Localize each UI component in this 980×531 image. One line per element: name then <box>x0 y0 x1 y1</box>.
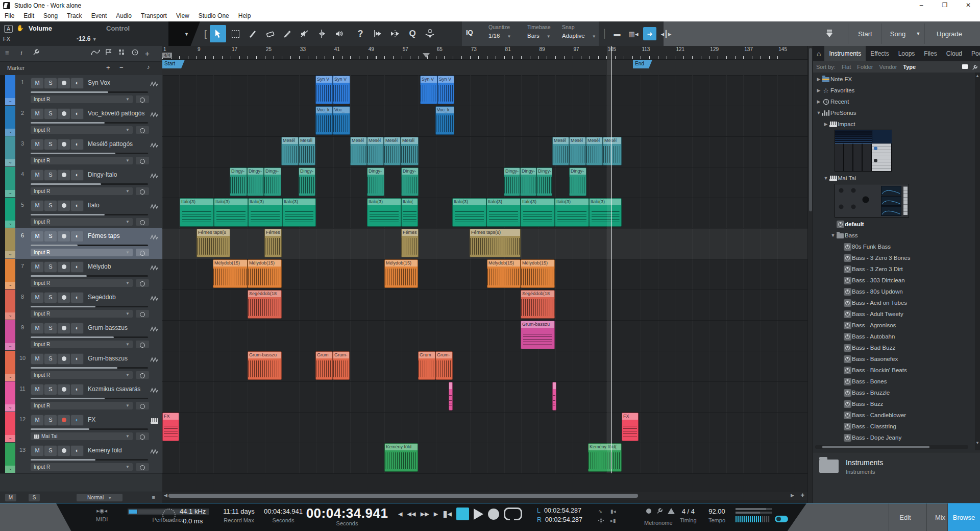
track-input-select[interactable]: Input R▼ <box>31 371 133 379</box>
sort-option-folder[interactable]: Folder <box>857 64 873 70</box>
track-name[interactable]: Fémes taps <box>88 232 120 239</box>
track-volume-slider[interactable] <box>31 428 148 430</box>
footer-menu-icon[interactable]: ≡ <box>152 494 155 500</box>
loop-marker-icon[interactable] <box>423 53 430 58</box>
clip-voc-[interactable]: Voc_ <box>333 106 350 135</box>
clip-dingy-[interactable]: Dingy- <box>299 167 315 196</box>
clip-kem-ny-f-ld[interactable]: Kemény föld <box>384 443 418 472</box>
track-1-solo-button[interactable]: S <box>44 78 57 89</box>
clip-italo-3-[interactable]: Italo(3) <box>367 198 401 227</box>
track-8-solo-button[interactable]: S <box>44 292 57 303</box>
clip-fx[interactable]: FX <box>622 413 639 441</box>
track-5-record-button[interactable] <box>57 200 70 211</box>
track-12-record-button[interactable] <box>57 415 70 426</box>
track-lane-6[interactable]: Fémes taps(8FémesFémesFémes taps(8) <box>162 228 807 259</box>
prev-bar-button[interactable]: ◂ <box>398 509 403 519</box>
tree-item-bass-303-dirtclean[interactable]: Bass - 303 Dirtclean <box>813 275 974 286</box>
track-lane-9[interactable]: Grum-basszu <box>162 320 807 351</box>
range-tool[interactable] <box>227 25 243 42</box>
menu-studio-one[interactable]: Studio One <box>194 11 234 20</box>
track-volume-slider[interactable] <box>31 214 148 215</box>
menu-transport[interactable]: Transport <box>136 11 172 20</box>
browser-tab-cloud[interactable]: Cloud <box>942 46 967 61</box>
track-monitor-o-button[interactable] <box>136 249 149 256</box>
fastforward-button[interactable]: ▸▸ <box>421 509 429 519</box>
track-lane-3[interactable]: MesélMesélMesélMesélMesélMesélMesélMesél… <box>162 136 807 167</box>
clock-icon[interactable] <box>132 49 138 57</box>
clip-grum[interactable]: Grum <box>418 351 435 380</box>
track-input-select[interactable]: Input R▼ <box>31 463 133 471</box>
track-name[interactable]: Dingy-Italo <box>88 171 117 178</box>
menu-track[interactable]: Track <box>62 11 87 20</box>
timebase-select[interactable]: Timebase Bars▼ <box>527 24 551 39</box>
home-icon[interactable]: ⌂ <box>813 46 824 61</box>
automation-mode[interactable]: Volume <box>29 25 52 32</box>
clip-italo-3-[interactable]: Italo(3) <box>248 198 282 227</box>
track-2-solo-button[interactable]: S <box>44 108 57 119</box>
track-9-monitor-button[interactable]: ◐ <box>70 323 84 334</box>
split-tool[interactable] <box>314 25 330 42</box>
edit-view-button[interactable]: Edit <box>889 503 921 531</box>
track-7-solo-button[interactable]: S <box>44 261 57 273</box>
browser-tab-loops[interactable]: Loops <box>894 46 920 61</box>
start-marker-flag[interactable]: Start <box>162 60 185 68</box>
music-note-icon[interactable]: ♪ <box>147 64 150 70</box>
track-2-mute-button[interactable]: M <box>31 108 44 119</box>
track-monitor-o-button[interactable] <box>136 218 149 226</box>
track-7-monitor-button[interactable]: ◐ <box>70 261 84 273</box>
track-1-mute-button[interactable]: M <box>31 78 44 89</box>
autopunch-in-icon[interactable]: ▮◂ <box>610 509 616 514</box>
clip-mes-l[interactable]: Mesél <box>401 137 419 165</box>
clip-mes-l[interactable]: Mesél <box>603 137 622 165</box>
upgrade-button[interactable]: Upgrade <box>926 21 973 46</box>
automation-param[interactable]: Control <box>106 25 130 32</box>
track-9-record-button[interactable] <box>57 323 70 334</box>
clip-italo-3-[interactable]: Italo(3) <box>589 198 622 227</box>
track-name[interactable]: FX <box>88 416 95 423</box>
timeline-ruler[interactable]: 4/4 191725334149576573818997105113121129… <box>162 46 807 60</box>
track-lane-8[interactable]: Segéddob(18Segéddob(18 <box>162 289 807 321</box>
snap-select[interactable]: Snap Adaptive▼ <box>562 24 596 39</box>
stop-button[interactable] <box>456 508 469 520</box>
listen-tool[interactable] <box>331 25 348 42</box>
clip-mes-l[interactable]: Mesél <box>367 137 384 165</box>
browser-hscrollbar[interactable] <box>815 445 968 449</box>
track-header-12[interactable]: ~12MS◐FXMai Tai▼ <box>0 412 162 443</box>
clip-italo-3-[interactable]: Italo(3) <box>452 198 486 227</box>
clip-event[interactable] <box>449 382 453 411</box>
track-header-1[interactable]: ~1MS◐Syn VoxInput R▼ <box>0 75 162 106</box>
clip-italo-3-[interactable]: Italo(3) <box>521 198 555 227</box>
tree-item-impact[interactable]: ▶Impact <box>813 118 974 130</box>
tree-item-bass-classtring[interactable]: Bass - Classtring <box>813 421 974 432</box>
track-12-solo-button[interactable]: S <box>44 415 57 426</box>
track-11-monitor-button[interactable]: ◐ <box>70 384 84 395</box>
track-name[interactable]: Voc_követő pattogós <box>88 110 144 117</box>
clip-italo-3-[interactable]: Italo(3) <box>282 198 316 227</box>
preroll-icon[interactable]: ∿ <box>598 509 602 514</box>
snap-minus-icon[interactable]: ▬ <box>610 27 624 40</box>
track-volume-slider[interactable] <box>31 91 148 93</box>
tree-item-bass-basonefex[interactable]: Bass - Basonefex <box>813 353 974 365</box>
metronome-label[interactable]: Metronome <box>644 520 673 526</box>
play-button[interactable] <box>474 509 483 520</box>
tree-item-bass-3-zero-3-bones[interactable]: Bass - 3 Zero 3 Bones <box>813 252 974 263</box>
track-1-monitor-button[interactable]: ◐ <box>70 78 84 89</box>
clip-f-mes[interactable]: Fémes <box>401 229 419 257</box>
track-13-monitor-button[interactable]: ◐ <box>70 445 84 456</box>
marker-lane[interactable]: Start End <box>162 60 807 76</box>
track-lane-10[interactable]: Grum-basszuGrumGrum-GrumGrum- <box>162 351 807 382</box>
track-8-mute-button[interactable]: M <box>31 292 44 303</box>
track-volume-slider[interactable] <box>31 153 148 154</box>
track-5-solo-button[interactable]: S <box>44 200 57 211</box>
panel-expand-icon[interactable] <box>962 61 968 73</box>
track-11-solo-button[interactable]: S <box>44 384 57 395</box>
track-monitor-o-button[interactable] <box>136 187 149 195</box>
browser-tab-files[interactable]: Files <box>919 46 941 61</box>
track-6-mute-button[interactable]: M <box>31 231 44 242</box>
track-4-mute-button[interactable]: M <box>31 170 44 181</box>
track-2-monitor-button[interactable]: ◐ <box>70 108 84 119</box>
tree-item-bass-buzz[interactable]: Bass - Buzz <box>813 398 974 409</box>
track-header-6[interactable]: ~6MS◐Fémes tapsInput R▼ <box>0 228 162 259</box>
tree-item-80s-funk-bass[interactable]: 80s Funk Bass <box>813 241 974 252</box>
track-volume-slider[interactable] <box>31 306 148 307</box>
